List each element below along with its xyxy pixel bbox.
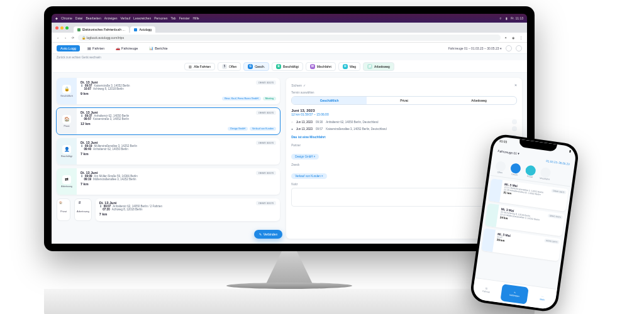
nav-fahrzeuge[interactable]: 🚗 Fahrzeuge <box>112 45 142 51</box>
battery-icon: ▮ <box>506 16 508 20</box>
browser-tab[interactable]: Elektronisches Fahrtenbuch … <box>74 26 129 33</box>
close-icon[interactable]: × <box>514 83 517 87</box>
minimize-icon[interactable] <box>60 26 64 30</box>
avatar[interactable] <box>516 45 522 51</box>
maximize-icon[interactable] <box>65 26 69 30</box>
trip-tag: Design GmbH <box>228 127 248 131</box>
reload-icon[interactable]: ⟳ <box>70 35 75 40</box>
menu-history[interactable]: Verlauf <box>121 16 131 20</box>
wp-date: Jun 13, 2023 <box>296 121 313 124</box>
clock: Fr. 11:13 <box>511 16 523 20</box>
trip-badge: DEMO 30070 <box>256 141 276 145</box>
menu-file[interactable]: Datei <box>75 16 83 20</box>
filter-label: Arbeitsweg <box>374 65 390 68</box>
seg-arbeitsweg[interactable]: Arbeitsweg <box>441 97 516 104</box>
menu-view[interactable]: Anzeigen <box>104 16 118 20</box>
menu-edit[interactable]: Bearbeiten <box>86 16 101 20</box>
menubar-app[interactable]: Chrome <box>61 16 72 20</box>
bottom-actions: 🏠Privat ⇄Arbeitsweg Di. 13 Juni DEMO 300… <box>57 198 280 221</box>
menu-help[interactable]: Hilfe <box>193 16 199 20</box>
save-status: Sichern ✓ <box>291 83 305 87</box>
cat-item[interactable]: Mischfahrt <box>540 167 552 181</box>
arbeitsweg-button[interactable]: ⇄Arbeitsweg <box>74 198 92 221</box>
trip-category-icon: 👤Beschäftigt <box>57 138 77 165</box>
app-subheader[interactable]: Zurück zum echten Gerät wechseln <box>52 54 527 60</box>
browser-tab[interactable]: Autologg <box>130 26 155 33</box>
trip-card[interactable]: ⇄Arbeitsweg Di. 13 Juni DEMO 30070 ⬇ 09:… <box>57 168 280 195</box>
filter-alle[interactable]: ▥ Alle Fahrten <box>184 63 215 70</box>
favicon-icon <box>134 28 137 31</box>
menu-bookmarks[interactable]: Lesezeichen <box>133 16 151 20</box>
imac-base <box>226 283 352 289</box>
trip-time: 10:07 <box>84 87 92 90</box>
imac-device: ◆ Chrome Datei Bearbeiten Anzeigen Verla… <box>44 6 535 295</box>
verbinden-button[interactable]: ✎ Verbinden <box>254 230 283 239</box>
filter-misch[interactable]: MMischfahrt <box>306 62 336 71</box>
url-text: logbook.autologg.com/trips <box>86 36 124 40</box>
app-root: Auto.Logg ▤ Fahrten 🚗 Fahrzeuge 📊 Berich… <box>52 43 527 244</box>
nav-fahrten[interactable]: ▤Fahrten <box>472 278 501 303</box>
app-header: Auto.Logg ▤ Fahrten 🚗 Fahrzeuge 📊 Berich… <box>52 43 527 54</box>
filter-label: Beschäftigt <box>283 65 299 68</box>
filter-label: Alle Fahrten <box>194 65 211 68</box>
cat-item[interactable]: Gesch. <box>509 163 521 176</box>
partner-pill[interactable]: Design GmbH × <box>291 154 319 160</box>
wifi-icon: ᯤ <box>499 16 502 20</box>
filter-bar: ▥ Alle Fahrten 5Offen GGesch. BBeschäfti… <box>52 60 527 73</box>
filter-offen[interactable]: 5Offen <box>218 62 241 71</box>
privat-button[interactable]: 🏠Privat <box>57 198 70 221</box>
seg-privat[interactable]: Privat <box>367 97 441 104</box>
nav-fahrten[interactable]: ▤ Fahrten <box>84 45 108 51</box>
trip-card[interactable]: 🔒Geschäftlich Di. 13 Juni DEMO 30070 ⬇ 0… <box>57 78 280 104</box>
seg-geschaeftlich[interactable]: Geschäftlich <box>292 97 367 104</box>
cat-item[interactable]: Privat <box>525 165 536 179</box>
trip-card[interactable]: Di. 13 Juni DEMO 30070 ⬇ 09:07Anhalterst… <box>96 198 280 221</box>
nav-verbinden[interactable]: ✎Verbinden <box>500 284 528 305</box>
zweck-pill[interactable]: Verkauf von Kunden × <box>291 173 326 179</box>
delete-icon[interactable] <box>512 126 517 131</box>
search-icon[interactable] <box>506 45 512 51</box>
nav-label: Fahrzeuge <box>121 46 138 50</box>
nav-berichte[interactable]: 📊 Berichte <box>145 45 171 51</box>
cat-item[interactable]: Offen <box>495 161 507 175</box>
forward-icon[interactable]: › <box>63 35 68 40</box>
nav-label: Fahrten <box>482 290 491 294</box>
trip-list: 🔒Geschäftlich Di. 13 Juni DEMO 30070 ⬇ 0… <box>57 78 280 239</box>
nav-label: Fahrten <box>92 46 104 50</box>
menu-window[interactable]: Fenster <box>179 16 190 20</box>
filter-arbeit[interactable]: ⇄Arbeitsweg <box>363 62 394 71</box>
filter-label: Offen <box>229 65 236 68</box>
label: Privat <box>60 210 67 213</box>
profile-icon[interactable]: ◉ <box>511 35 516 40</box>
trip-tag: Meeting <box>263 97 277 100</box>
delete-icon[interactable] <box>512 119 517 124</box>
trip-km: 7 km <box>80 152 276 156</box>
trip-card[interactable]: 👤Beschäftigt Di. 13 Juni DEMO 30070 ⬇ 09… <box>57 138 280 165</box>
back-icon[interactable]: ‹ <box>55 35 60 40</box>
nav-logg[interactable]: Auto.Logg <box>57 45 80 51</box>
menu-icon[interactable]: ⋮ <box>518 35 523 40</box>
nav-label: Verbinden <box>509 294 519 298</box>
trip-category-icon: ⇄Arbeitsweg <box>57 168 77 195</box>
trip-card[interactable]: 🏠Privat Di. 13 Juni DEMO 30070 ⬇ 09:37An… <box>57 108 280 134</box>
partner-label: Partner <box>291 144 517 147</box>
trip-badge: DEMO 30070 <box>256 80 276 85</box>
cat-label: Mischfahrt <box>540 177 550 181</box>
nav-label: Mehr <box>540 298 545 301</box>
vehicle-selector[interactable]: Fahrzeuge 01 – 01.03.23 – 30.05.23 ▾ <box>448 46 502 50</box>
url-input[interactable]: 🔒 logbook.autologg.com/trips <box>78 35 501 41</box>
tab-title: Elektronisches Fahrtenbuch … <box>82 28 125 31</box>
wp-time: 09:57 <box>316 127 323 131</box>
menu-tab[interactable]: Tab <box>171 16 176 20</box>
filter-besch[interactable]: BBeschäftigt <box>272 62 303 71</box>
filter-label: Mischfahrt <box>317 65 331 68</box>
trip-tag: Verkauf von Kunden <box>250 127 276 131</box>
filter-gesch[interactable]: GGesch. <box>243 62 269 71</box>
extension-icon[interactable]: ✦ <box>503 35 508 40</box>
close-icon[interactable] <box>55 26 58 30</box>
nav-mehr[interactable]: ⋯Mehr <box>528 286 557 310</box>
cat-label: Gesch. <box>511 173 519 176</box>
trip-km: 9 km <box>80 92 276 95</box>
menu-people[interactable]: Personen <box>154 16 167 20</box>
filter-weg[interactable]: HWeg <box>338 62 360 71</box>
